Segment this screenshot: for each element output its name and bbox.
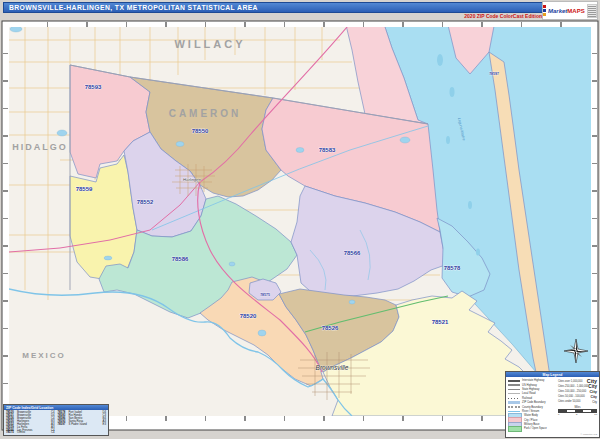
- compass-rose-icon: [562, 337, 590, 365]
- zip-label-78552: 78552: [137, 199, 154, 205]
- us-highway-line-icon: [508, 384, 520, 385]
- legend-copyright: © MarketMAPS: [506, 433, 599, 437]
- county-label-willacy: WILLACY: [174, 38, 245, 50]
- zip-label-78586: 78586: [172, 256, 189, 262]
- zip-label-78566: 78566: [344, 250, 361, 256]
- zip-index-col-2: 78578Port IsabelD4 78583Rio HondoC3 7858…: [58, 411, 107, 434]
- local-road-line-icon: [508, 393, 520, 394]
- frame-ticks-right: [592, 27, 597, 415]
- city-label-harlingen: Harlingen: [183, 177, 202, 182]
- legend-cities-column: Cities over 1,000,000City Cities 250,000…: [558, 379, 597, 432]
- map-legend: Map Legend Interstate Highway US Highway…: [505, 371, 600, 438]
- zip-label-78520: 78520: [240, 313, 257, 319]
- legend-symbols-column: Interstate Highway US Highway State High…: [508, 379, 555, 432]
- zip-label-78526: 78526: [322, 325, 339, 331]
- zip-index-row: 78575OlmitoC4: [6, 431, 55, 434]
- zip-index-row: 78597S Padre IslandE3: [58, 423, 107, 426]
- frame-ticks-top: [9, 22, 591, 27]
- zip-index-col-1: 78520BrownsvilleC4 78521BrownsvilleD4 78…: [6, 411, 55, 434]
- page-title: BROWNSVILLE-HARLINGEN, TX METROPOLITAN S…: [9, 4, 258, 11]
- legend-item: Park / Open Space: [508, 427, 555, 431]
- zip-label-78559: 78559: [76, 186, 93, 192]
- zip-label-78593: 78593: [85, 84, 102, 90]
- country-label-mexico: MEXICO: [22, 351, 66, 360]
- zip-boundary-icon: [508, 401, 520, 404]
- logo-text-market: Market: [548, 8, 567, 14]
- edition-label: 2020 ZIP Code ColorCast Edition: [464, 13, 542, 19]
- logo-sideblock: [587, 4, 597, 18]
- header-bar: BROWNSVILLE-HARLINGEN, TX METROPOLITAN S…: [0, 0, 600, 20]
- zip-label-78578: 78578: [444, 265, 461, 271]
- city-label-brownsville: Brownsville: [316, 364, 349, 371]
- state-highway-line-icon: [508, 389, 520, 390]
- zip-label-78521: 78521: [432, 319, 449, 325]
- county-label-hidalgo: HIDALGO: [12, 142, 68, 152]
- zip-label-78583: 78583: [319, 147, 336, 153]
- marketmaps-logo: MarketMAPS: [542, 1, 598, 20]
- county-label-cameron: CAMERON: [169, 108, 242, 119]
- scale-bar: Miles 0 5 10: [558, 406, 597, 416]
- zip-index-table: ZIP Code Index/Grid Location 78520Browns…: [3, 404, 109, 436]
- title-bar: BROWNSVILLE-HARLINGEN, TX METROPOLITAN S…: [3, 2, 543, 13]
- zip-label-78597: 78597: [489, 72, 499, 76]
- park-swatch-icon: [508, 426, 522, 432]
- zip-label-78575: 78575: [260, 293, 270, 297]
- legend-city-row: Cities under 50,000City: [558, 399, 597, 404]
- railroad-line-icon: [508, 398, 520, 400]
- county-boundary-icon: [508, 406, 520, 407]
- logo-dots-icon: [543, 5, 546, 16]
- zip-label-78550: 78550: [192, 128, 209, 134]
- frame-ticks-left: [3, 27, 8, 415]
- logo-text-maps: MAPS: [567, 8, 584, 14]
- stream-line-icon: [508, 411, 520, 412]
- interstate-line-icon: [508, 380, 520, 382]
